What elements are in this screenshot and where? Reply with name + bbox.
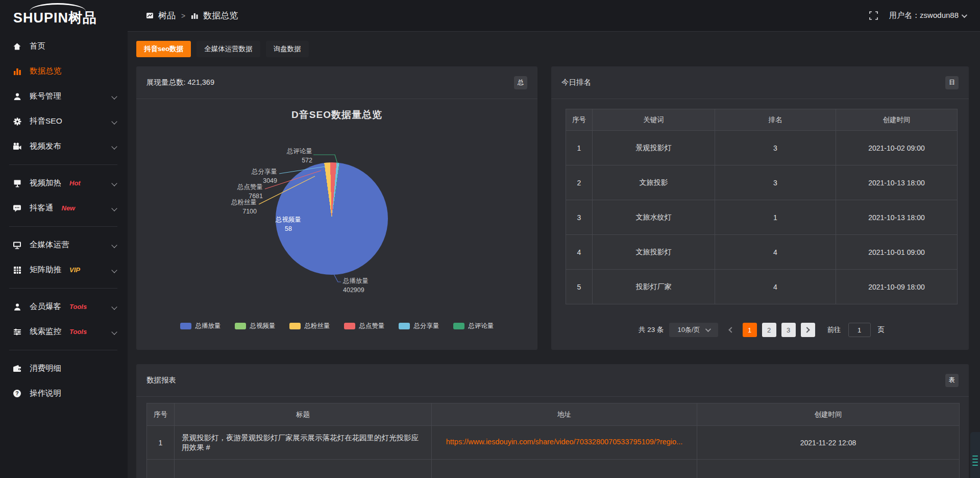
- prev-page-button[interactable]: [723, 323, 738, 337]
- legend-item-fans[interactable]: 总粉丝量: [289, 322, 330, 330]
- chevron-down-icon: [111, 118, 117, 124]
- pie-label-fans: 总粉丝量7100: [231, 198, 257, 216]
- legend-item-likes[interactable]: 总点赞量: [344, 322, 385, 330]
- sidebar-item-douyin-seo[interactable]: 抖音SEO: [0, 109, 128, 134]
- vip-badge: VIP: [69, 266, 80, 274]
- goto-suffix: 页: [878, 325, 885, 334]
- legend-item-shares[interactable]: 总分享量: [399, 322, 439, 330]
- page-size-select[interactable]: 10条/页: [669, 323, 718, 337]
- tab-douyin-seo-data[interactable]: 抖音seo数据: [136, 41, 191, 57]
- table-row: 4文旅投影灯42021-10-01 09:00: [566, 235, 958, 270]
- pie-legend: 总播放量 总视频量 总粉丝量 总点赞量 总分享量 总评论量: [136, 322, 537, 330]
- new-badge: New: [62, 204, 76, 212]
- chevron-down-icon: [111, 329, 117, 334]
- tab-omnimedia-data[interactable]: 全媒体运营数据: [197, 41, 260, 57]
- breadcrumb-separator: >: [181, 12, 185, 20]
- sidebar-item-lead-monitor[interactable]: 线索监控 Tools: [0, 319, 128, 344]
- chevron-right-icon: [804, 327, 810, 332]
- wallet-icon: [12, 364, 22, 373]
- ranking-panel-title: 今日排名: [561, 78, 591, 87]
- page-button-1[interactable]: 1: [743, 323, 757, 337]
- gear-icon: [12, 117, 22, 126]
- table-header-row: 序号 标题 地址 创建时间: [147, 403, 960, 426]
- chevron-down-icon: [111, 144, 117, 149]
- site-icon: [146, 12, 154, 19]
- sidebar-item-doukotong[interactable]: 抖客通 New: [0, 196, 128, 221]
- goto-label: 前往: [827, 325, 841, 334]
- sidebar: 首页 数据总览 账号管理 抖音SEO 视频发布 视频加热 Hot 抖客通 New…: [0, 32, 128, 478]
- tools-badge: Tools: [69, 303, 87, 310]
- floating-service-widget[interactable]: [970, 432, 980, 478]
- pie-label-plays: 总播放量402909: [343, 277, 369, 295]
- sidebar-item-member-burst[interactable]: 会员爆客 Tools: [0, 294, 128, 319]
- svg-text:?: ?: [15, 390, 18, 396]
- pie-label-comments: 总评论量572: [287, 147, 312, 165]
- report-panel-title: 数据报表: [146, 375, 176, 385]
- pie-chart-title: D音SEO数据量总览: [136, 108, 537, 122]
- chat-icon: [12, 204, 22, 212]
- table-row: 1 景观投影灯，夜游景观投影灯厂家展示展示落花灯在花园里的灯光投影应用效果 # …: [147, 426, 960, 460]
- logo-arc-decoration: [30, 3, 86, 11]
- legend-swatch: [180, 323, 191, 329]
- total-toggle-button[interactable]: 总: [514, 76, 527, 89]
- today-ranking-panel: 今日排名 日 序号 关键词 排名 创建时间 1景观投影灯32021-10-02 …: [551, 66, 969, 350]
- sidebar-item-matrix-boost[interactable]: 矩阵助推 VIP: [0, 257, 128, 282]
- legend-swatch: [289, 323, 301, 329]
- video-link[interactable]: https://www.iesdouyin.com/share/video/70…: [446, 438, 683, 446]
- legend-item-comments[interactable]: 总评论量: [453, 322, 494, 330]
- goto-page-input[interactable]: [848, 323, 871, 337]
- day-toggle-button[interactable]: 日: [945, 76, 959, 89]
- ranking-table: 序号 关键词 排名 创建时间 1景观投影灯32021-10-02 09:00 2…: [566, 109, 958, 304]
- billboard-icon: [12, 179, 22, 187]
- table-row: 1景观投影灯32021-10-02 09:00: [566, 131, 958, 165]
- data-report-panel: 数据报表 表 序号 标题 地址 创建时间 1 景观投影灯，夜游景观投影灯厂家展示…: [136, 364, 969, 478]
- sidebar-item-omnimedia[interactable]: 全媒体运营: [0, 232, 128, 257]
- sidebar-divider: [9, 164, 117, 165]
- table-row: 5投影灯厂家42021-10-09 18:00: [566, 270, 958, 304]
- sidebar-divider: [9, 226, 117, 227]
- sidebar-item-video-heat[interactable]: 视频加热 Hot: [0, 171, 128, 196]
- chevron-down-icon: [111, 93, 117, 99]
- chevron-down-icon: [111, 205, 117, 211]
- legend-swatch: [453, 323, 464, 329]
- chevron-down-icon: [111, 180, 117, 186]
- page-button-3[interactable]: 3: [781, 323, 796, 337]
- page-button-2[interactable]: 2: [762, 323, 776, 337]
- tab-inquiry-data[interactable]: 询盘数据: [266, 41, 309, 57]
- table-row: 3文旅水纹灯12021-10-13 18:00: [566, 200, 958, 235]
- sidebar-item-account[interactable]: 账号管理: [0, 84, 128, 109]
- sidebar-item-data-overview[interactable]: 数据总览: [0, 59, 128, 84]
- username[interactable]: 用户名：zswodun88: [889, 11, 966, 20]
- video-camera-icon: [12, 142, 22, 151]
- bar-chart-icon: [12, 67, 22, 76]
- sidebar-divider: [9, 288, 117, 289]
- legend-item-plays[interactable]: 总播放量: [180, 322, 221, 330]
- legend-swatch: [344, 323, 355, 329]
- sidebar-item-video-publish[interactable]: 视频发布: [0, 134, 128, 159]
- impressions-chart-panel: 展现量总数: 421,369 总 D音SEO数据量总览 总评论量572 总分享量…: [136, 66, 537, 350]
- fullscreen-icon[interactable]: [869, 11, 878, 20]
- table-toggle-button[interactable]: 表: [945, 374, 959, 387]
- legend-swatch: [399, 323, 410, 329]
- main-content: 抖音seo数据 全媒体运营数据 询盘数据 展现量总数: 421,369 总 D音…: [128, 32, 980, 478]
- sidebar-item-spending-detail[interactable]: 消费明细: [0, 356, 128, 381]
- top-bar: SHUPIN树品 树品 > 数据总览 用户名：zswodun88: [0, 0, 980, 32]
- legend-item-videos[interactable]: 总视频量: [235, 322, 276, 330]
- chevron-left-icon: [728, 327, 734, 332]
- home-icon: [12, 42, 22, 51]
- next-page-button[interactable]: [801, 323, 815, 337]
- grid-icon: [12, 266, 22, 274]
- user-icon: [12, 92, 22, 101]
- sidebar-item-home[interactable]: 首页: [0, 34, 128, 59]
- data-tabs: 抖音seo数据 全媒体运营数据 询盘数据: [136, 41, 969, 57]
- sidebar-divider: [9, 350, 117, 350]
- member-icon: [12, 302, 22, 311]
- pagination-total: 共 23 条: [639, 325, 664, 334]
- sidebar-item-instructions[interactable]: ? 操作说明: [0, 381, 128, 406]
- report-table: 序号 标题 地址 创建时间 1 景观投影灯，夜游景观投影灯厂家展示展示落花灯在花…: [146, 403, 960, 478]
- chevron-down-icon: [111, 242, 117, 248]
- breadcrumb-root[interactable]: 树品: [158, 10, 176, 21]
- video-title: 景观投影灯，夜游景观投影灯厂家展示展示落花灯在花园里的灯光投影应用效果 #: [175, 426, 432, 460]
- chevron-down-icon: [111, 304, 117, 309]
- chevron-down-icon: [705, 326, 710, 332]
